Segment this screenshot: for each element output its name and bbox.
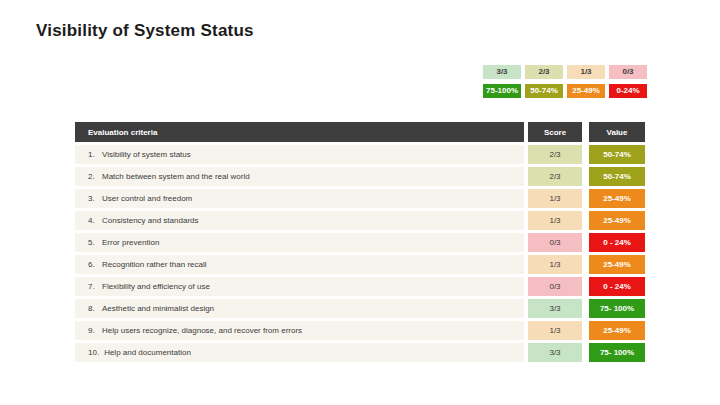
value-cell: 75- 100% [589,343,645,362]
criteria-number: 7. [88,282,97,291]
criteria-number: 5. [88,238,97,247]
criteria-cell: 2. Match between system and the real wor… [75,167,524,186]
evaluation-table: Evaluation criteria Score Value 1. Visib… [75,122,645,365]
column-header-criteria: Evaluation criteria [75,122,524,142]
legend-score-badge: 1/3 [567,65,605,79]
criteria-label: Flexibility and efficiency of use [102,282,210,291]
score-cell: 0/3 [528,233,582,252]
criteria-number: 10. [88,348,99,357]
legend-value-badge: 50-74% [525,84,563,98]
value-cell: 25-49% [589,255,645,274]
criteria-cell: 5. Error prevention [75,233,524,252]
table-row: 5. Error prevention 0/3 0 - 24% [75,233,645,252]
legend-value-badge: 25-49% [567,84,605,98]
criteria-label: Help and documentation [104,348,191,357]
criteria-number: 4. [88,216,97,225]
legend: 3/3 2/3 1/3 0/3 75-100% 50-74% 25-49% 0-… [483,65,647,98]
page-title: Visibility of System Status [36,21,254,41]
criteria-label: User control and freedom [102,194,192,203]
score-cell: 1/3 [528,189,582,208]
value-cell: 25-49% [589,189,645,208]
score-cell: 2/3 [528,145,582,164]
criteria-cell: 1. Visibility of system status [75,145,524,164]
score-cell: 3/3 [528,343,582,362]
table-row: 8. Aesthetic and minimalist design 3/3 7… [75,299,645,318]
table-header-row: Evaluation criteria Score Value [75,122,645,142]
value-cell: 0 - 24% [589,233,645,252]
criteria-cell: 8. Aesthetic and minimalist design [75,299,524,318]
table-row: 1. Visibility of system status 2/3 50-74… [75,145,645,164]
criteria-cell: 4. Consistency and standards [75,211,524,230]
criteria-label: Visibility of system status [102,150,191,159]
legend-score-badge: 2/3 [525,65,563,79]
value-cell: 25-49% [589,321,645,340]
value-cell: 50-74% [589,145,645,164]
table-row: 3. User control and freedom 1/3 25-49% [75,189,645,208]
criteria-label: Help users recognize, diagnose, and reco… [102,326,302,335]
score-cell: 3/3 [528,299,582,318]
criteria-number: 3. [88,194,97,203]
score-cell: 2/3 [528,167,582,186]
legend-score-badge: 0/3 [609,65,647,79]
criteria-number: 9. [88,326,97,335]
criteria-cell: 6. Recognition rather than recall [75,255,524,274]
criteria-number: 6. [88,260,97,269]
criteria-cell: 9. Help users recognize, diagnose, and r… [75,321,524,340]
score-cell: 0/3 [528,277,582,296]
criteria-number: 1. [88,150,97,159]
table-row: 2. Match between system and the real wor… [75,167,645,186]
criteria-label: Recognition rather than recall [102,260,207,269]
legend-score-badge: 3/3 [483,65,521,79]
legend-value-badge: 0-24% [609,84,647,98]
table-row: 10. Help and documentation 3/3 75- 100% [75,343,645,362]
legend-value-badge: 75-100% [483,84,521,98]
criteria-label: Aesthetic and minimalist design [102,304,214,313]
table-body: 1. Visibility of system status 2/3 50-74… [75,145,645,362]
criteria-cell: 10. Help and documentation [75,343,524,362]
criteria-number: 8. [88,304,97,313]
value-cell: 75- 100% [589,299,645,318]
score-cell: 1/3 [528,211,582,230]
criteria-cell: 3. User control and freedom [75,189,524,208]
column-header-value: Value [589,122,645,142]
criteria-label: Match between system and the real world [102,172,250,181]
score-cell: 1/3 [528,321,582,340]
table-row: 9. Help users recognize, diagnose, and r… [75,321,645,340]
score-cell: 1/3 [528,255,582,274]
value-cell: 25-49% [589,211,645,230]
table-row: 4. Consistency and standards 1/3 25-49% [75,211,645,230]
table-row: 7. Flexibility and efficiency of use 0/3… [75,277,645,296]
value-cell: 50-74% [589,167,645,186]
column-header-score: Score [528,122,582,142]
criteria-label: Consistency and standards [102,216,199,225]
criteria-number: 2. [88,172,97,181]
criteria-cell: 7. Flexibility and efficiency of use [75,277,524,296]
table-row: 6. Recognition rather than recall 1/3 25… [75,255,645,274]
criteria-label: Error prevention [102,238,159,247]
value-cell: 0 - 24% [589,277,645,296]
